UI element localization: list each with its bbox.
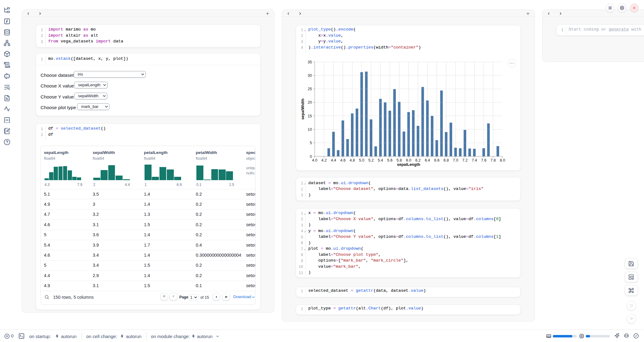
svg-text:7.0: 7.0	[453, 158, 458, 162]
svg-text:5.2: 5.2	[368, 158, 374, 162]
svg-text:7.4: 7.4	[472, 158, 477, 162]
svg-text:4.6: 4.6	[340, 158, 345, 162]
svg-text:4.8: 4.8	[350, 158, 355, 162]
svg-text:35: 35	[308, 60, 312, 64]
svg-text:6.4: 6.4	[425, 158, 430, 162]
svg-text:5.4: 5.4	[378, 158, 383, 162]
svg-text:6.8: 6.8	[444, 158, 449, 162]
svg-text:7.6: 7.6	[481, 158, 486, 162]
svg-text:7.2: 7.2	[462, 158, 467, 162]
svg-text:sepalWidth: sepalWidth	[300, 98, 305, 119]
svg-text:6.6: 6.6	[434, 158, 439, 162]
svg-text:7.8: 7.8	[491, 158, 496, 162]
svg-text:4.0: 4.0	[312, 158, 317, 162]
svg-text:5: 5	[310, 141, 312, 145]
svg-text:25: 25	[308, 87, 312, 91]
svg-text:5.8: 5.8	[397, 158, 402, 162]
svg-text:sepalLength: sepalLength	[397, 162, 420, 167]
svg-text:4.4: 4.4	[331, 158, 336, 162]
svg-text:4.2: 4.2	[321, 158, 327, 162]
svg-text:30: 30	[308, 73, 312, 78]
svg-text:20: 20	[308, 100, 312, 105]
svg-text:5.0: 5.0	[359, 158, 364, 162]
svg-text:8.0: 8.0	[500, 158, 505, 162]
svg-text:0: 0	[310, 155, 312, 159]
svg-text:6.0: 6.0	[406, 158, 411, 162]
svg-text:15: 15	[308, 114, 312, 118]
svg-text:6.2: 6.2	[415, 158, 420, 162]
svg-text:5.6: 5.6	[387, 158, 392, 162]
svg-text:10: 10	[308, 127, 312, 132]
